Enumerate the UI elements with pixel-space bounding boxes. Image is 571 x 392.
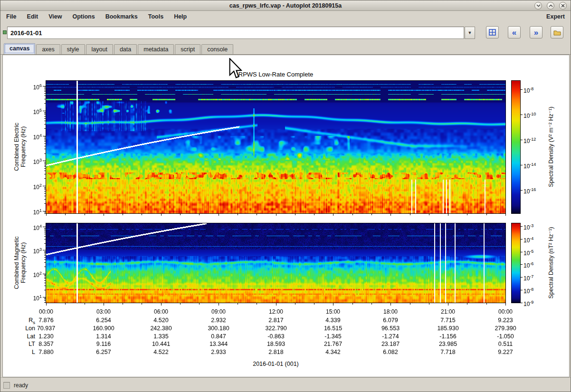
menu-tools[interactable]: Tools: [148, 13, 163, 20]
colorbar-tick-label: 10-9: [523, 299, 544, 307]
x-minor-tick-mark: [85, 214, 85, 215]
y-minor-tick-mark: [44, 254, 46, 254]
ephemeris-value: 9.116: [82, 341, 125, 348]
colorbar-tick-label: 10-6: [523, 260, 544, 269]
x-tick-mark: [46, 303, 47, 306]
y-minor-tick-mark: [44, 178, 46, 179]
y-tick-mark: [43, 186, 46, 186]
ephemeris-value: 9.223: [484, 317, 527, 324]
menu-file[interactable]: File: [6, 13, 17, 20]
tab-data[interactable]: data: [114, 44, 137, 54]
menu-view[interactable]: View: [48, 13, 62, 20]
colorbar-tick-label: 10-3: [523, 222, 544, 231]
colorbar-tick-label: 10-16: [523, 186, 544, 195]
menu-help[interactable]: Help: [174, 13, 187, 20]
x-tick-label: 00:00: [494, 308, 517, 315]
colorbar-tick-mark: [521, 165, 523, 165]
maximize-button[interactable]: [547, 2, 554, 10]
colorbar-tick-mark: [521, 290, 523, 290]
y-minor-tick-mark: [44, 163, 46, 164]
menu-bar: File Edit View Options Bookmarks Tools H…: [0, 11, 571, 22]
y-tick-label: 101: [24, 207, 42, 216]
tab-console[interactable]: console: [201, 44, 233, 54]
tab-axes[interactable]: axes: [36, 44, 60, 54]
y-minor-tick-mark: [44, 275, 46, 275]
colorbar-tick-label: 10-4: [523, 235, 544, 244]
chevron-up-icon: [549, 4, 553, 7]
y-minor-tick-mark: [44, 112, 46, 113]
chevron-down-icon: ▼: [468, 30, 472, 35]
tab-bar: canvas axes style layout data metadata s…: [0, 44, 571, 55]
tab-metadata[interactable]: metadata: [138, 44, 174, 54]
ephemeris-value: 23.985: [427, 341, 469, 348]
menu-edit[interactable]: Edit: [27, 13, 38, 20]
chevron-down-icon: [536, 4, 541, 7]
y-minor-tick-mark: [44, 283, 46, 283]
x-minor-tick-mark: [142, 214, 142, 215]
minimize-button[interactable]: [534, 2, 542, 10]
menu-options[interactable]: Options: [72, 13, 95, 20]
colorbar-tick-label: 10-8: [523, 86, 544, 94]
tab-canvas[interactable]: canvas: [4, 43, 35, 54]
y-minor-tick-mark: [44, 193, 46, 194]
x-tick-mark: [505, 214, 506, 216]
y-minor-tick-mark: [44, 276, 46, 276]
close-button[interactable]: [559, 2, 567, 10]
close-icon: [561, 4, 565, 8]
ephemeris-value: 70.937: [25, 325, 67, 332]
uri-status-icon: [3, 30, 7, 34]
menu-bookmarks[interactable]: Bookmarks: [105, 13, 138, 20]
y-tick-mark: [43, 250, 46, 250]
ephemeris-value: 6.257: [82, 349, 125, 356]
x-minor-tick-mark: [85, 303, 85, 305]
expert-mode-label[interactable]: Expert: [546, 13, 565, 20]
colorbar-tick-label: 10-10: [523, 111, 544, 119]
y-minor-tick-mark: [44, 277, 46, 277]
x-minor-tick-mark: [352, 303, 353, 305]
y-minor-tick-mark: [44, 137, 46, 137]
tab-script[interactable]: script: [175, 44, 200, 54]
ephemeris-value: 300.180: [197, 325, 240, 332]
window-controls: [534, 2, 567, 10]
x-tick-mark: [448, 214, 448, 216]
electric-colorbar-label: Spectral Density (V² m⁻² Hz⁻¹): [544, 90, 558, 204]
y-minor-tick-mark: [44, 290, 46, 290]
ephemeris-value: 4.339: [312, 317, 354, 324]
x-minor-tick-mark: [314, 303, 314, 305]
double-right-arrow-icon: »: [534, 29, 538, 37]
y-tick-mark: [43, 161, 46, 161]
y-tick-label: 102: [24, 270, 42, 278]
x-minor-tick-mark: [65, 303, 66, 305]
x-tick-label: 18:00: [379, 308, 402, 315]
previous-interval-button[interactable]: «: [508, 26, 521, 38]
y-minor-tick-mark: [44, 213, 46, 214]
tab-layout[interactable]: layout: [86, 44, 113, 54]
y-minor-tick-mark: [44, 118, 46, 119]
x-tick-mark: [276, 214, 276, 216]
ephemeris-value: 4.522: [140, 349, 182, 356]
y-minor-tick-mark: [44, 234, 46, 234]
electric-spectrogram-canvas[interactable]: [46, 81, 505, 213]
uri-input[interactable]: [7, 27, 464, 39]
x-minor-tick-mark: [410, 214, 410, 215]
x-minor-tick-mark: [180, 214, 181, 215]
y-minor-tick-mark: [44, 251, 46, 252]
grid-button[interactable]: [486, 26, 499, 38]
y-minor-tick-mark: [44, 229, 46, 229]
x-minor-tick-mark: [199, 303, 200, 305]
colorbar-tick-label: 10-14: [523, 161, 544, 170]
x-minor-tick-mark: [123, 303, 123, 305]
magnetic-spectrogram-canvas[interactable]: [46, 223, 505, 303]
y-minor-tick-mark: [44, 232, 46, 232]
y-minor-tick-mark: [44, 239, 46, 239]
colorbar-tick-mark: [521, 190, 523, 191]
x-minor-tick-mark: [123, 214, 123, 215]
next-interval-button[interactable]: »: [530, 26, 542, 38]
open-file-button[interactable]: [551, 26, 563, 38]
uri-dropdown-button[interactable]: ▼: [465, 27, 475, 39]
y-tick-mark: [43, 111, 46, 111]
y-minor-tick-mark: [44, 88, 46, 89]
tab-style[interactable]: style: [61, 44, 85, 54]
x-tick-mark: [104, 214, 104, 216]
y-tick-mark: [43, 211, 46, 211]
